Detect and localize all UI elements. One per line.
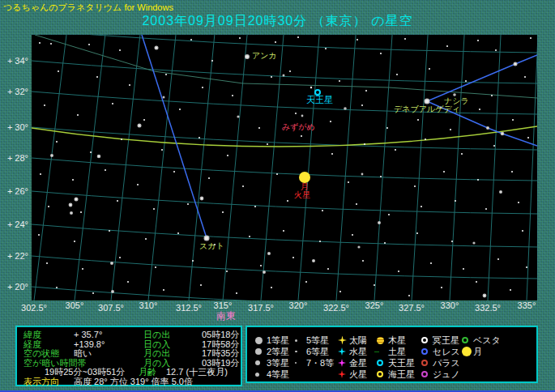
y-axis-label: + 26° — [7, 186, 28, 196]
star-core — [502, 133, 503, 134]
star — [339, 291, 341, 292]
y-axis-label: + 22° — [7, 251, 28, 261]
legend-label: 火星 — [349, 369, 367, 379]
info-row: 経度+139.8°日の入17時58分 — [17, 339, 241, 349]
info-text: 03時19分 — [202, 358, 239, 368]
star — [362, 260, 364, 262]
star — [292, 257, 294, 258]
star — [322, 210, 323, 211]
star — [331, 153, 333, 155]
star-core — [484, 295, 485, 296]
star — [365, 90, 367, 92]
star — [177, 232, 179, 234]
star3-icon — [255, 360, 260, 365]
legend-item-mars: 火星 — [338, 369, 377, 380]
sky-label: みずがめ — [282, 122, 315, 132]
star — [364, 143, 365, 145]
jupiter-icon — [377, 337, 384, 344]
star — [227, 155, 228, 156]
star-core — [313, 260, 314, 262]
x-axis-label: 312.5° — [176, 303, 202, 313]
star — [301, 135, 302, 137]
star — [421, 206, 422, 207]
planetarium-window: つるちゃんのプラネタリウム for Windows 2003年09月09日20時… — [0, 0, 555, 392]
star — [295, 113, 297, 114]
star — [72, 179, 74, 181]
info-text: 12.7 (十三夜月) — [166, 367, 228, 377]
star — [310, 87, 312, 88]
star — [258, 127, 260, 129]
legend-label: 海王星 — [388, 369, 415, 379]
star — [463, 268, 464, 270]
juno-icon — [421, 371, 428, 377]
star — [344, 107, 347, 110]
legend-item-vesta: ベスタ — [462, 334, 501, 346]
star — [450, 129, 451, 130]
legend-item-star5: 5等星 — [295, 334, 334, 346]
star — [237, 115, 239, 117]
star — [38, 234, 40, 236]
star — [408, 295, 410, 296]
star — [455, 200, 456, 202]
sky-label: デネブアルゲディ — [394, 104, 460, 113]
star — [40, 173, 41, 175]
star — [476, 281, 477, 283]
star — [80, 211, 82, 213]
star5-icon — [295, 339, 297, 342]
star — [522, 230, 523, 232]
star — [192, 260, 194, 262]
star — [202, 87, 203, 88]
y-axis-label: + 24° — [7, 219, 28, 229]
info-row: 表示方向高度 28° 方位 319° 倍率 5.0倍 — [17, 377, 241, 386]
legend-label: 天王星 — [388, 358, 415, 368]
star — [396, 74, 398, 75]
legend-label: 4等星 — [267, 369, 289, 379]
star — [242, 185, 244, 187]
star — [260, 265, 262, 266]
star — [357, 245, 360, 248]
star — [200, 284, 202, 286]
star — [325, 48, 327, 49]
legend-item-juno: ジュノ — [421, 369, 460, 380]
star-core — [201, 198, 203, 199]
legend-item-star3: 3等星 — [255, 357, 294, 369]
star — [271, 76, 272, 78]
legend-label: 月 — [473, 347, 482, 356]
star — [232, 95, 233, 96]
legend-label: パラス — [433, 358, 460, 368]
star — [105, 169, 106, 171]
x-axis-label: 332.5° — [475, 303, 501, 313]
ceres-icon — [421, 348, 428, 355]
star — [44, 104, 45, 106]
vesta-icon — [462, 337, 468, 343]
star — [165, 74, 167, 75]
star — [416, 232, 418, 234]
moon-icon — [462, 347, 472, 356]
sun-icon — [338, 336, 347, 345]
star — [208, 177, 210, 179]
info-text: 日の出 — [143, 330, 170, 339]
legend-label: ジュノ — [433, 369, 460, 379]
legend-label: 水星 — [349, 347, 367, 356]
star-core — [98, 156, 100, 157]
star — [222, 211, 224, 213]
star — [283, 230, 284, 232]
legend-label: セレス — [433, 347, 460, 356]
star — [179, 109, 181, 110]
star — [283, 75, 285, 77]
star-core — [75, 198, 78, 201]
star — [109, 230, 110, 232]
star — [254, 206, 256, 207]
legend-label: 7・8等 — [306, 358, 334, 368]
star — [404, 38, 406, 40]
x-axis-label: 307.5° — [98, 303, 124, 313]
legend-label: 5等星 — [306, 335, 329, 345]
info-text: 月の入 — [143, 358, 170, 368]
x-axis-label: 335° — [518, 300, 536, 310]
star-core — [378, 222, 380, 224]
star — [395, 149, 396, 151]
legend-item-jupiter: 木星 — [377, 334, 416, 346]
x-axis-label: 315° — [214, 300, 233, 310]
legend-label: 木星 — [388, 335, 406, 345]
legend-label: 土星 — [388, 347, 406, 356]
